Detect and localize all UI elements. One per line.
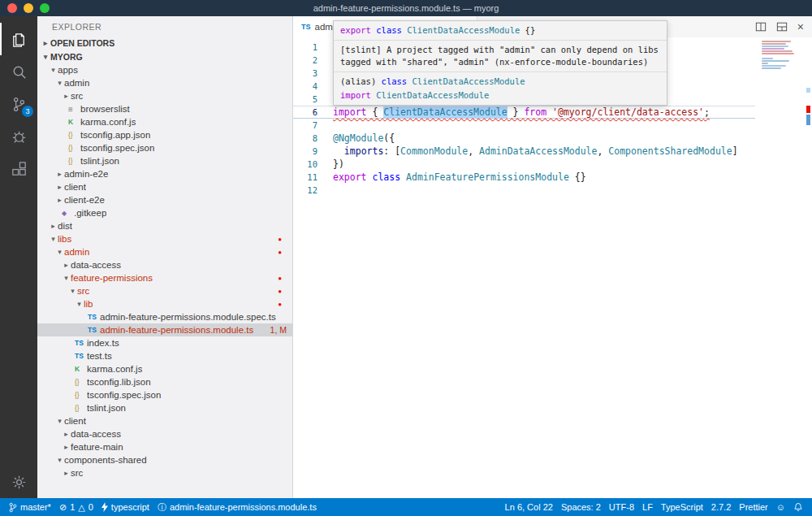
- minimap-line: [762, 53, 794, 54]
- cursor-position[interactable]: Ln 6, Col 22: [501, 498, 557, 516]
- tree-file-tslint.json[interactable]: {}tslint.json: [37, 401, 292, 414]
- code-line-12[interactable]: 12: [293, 184, 755, 197]
- open-editors-section-header[interactable]: ▸ OPEN EDITORS: [37, 36, 292, 50]
- active-file-status[interactable]: ⓘadmin-feature-permissions.module.ts: [153, 498, 321, 516]
- chevron-right-icon: ▸: [62, 443, 71, 451]
- tree-folder-components-shared[interactable]: ▾components-shared: [37, 453, 292, 466]
- code-line-6[interactable]: 6import { ClientDataAccessModule } from …: [293, 106, 755, 119]
- tree-folder-client[interactable]: ▸client: [37, 180, 292, 193]
- tree-file-admin-feature-permissions.module.spec.ts[interactable]: TSadmin-feature-permissions.module.spec.…: [37, 310, 292, 323]
- editor-layout-icon[interactable]: [776, 21, 788, 33]
- code-token: from: [524, 106, 546, 118]
- smiley-icon: ☺: [776, 502, 785, 512]
- ts-version[interactable]: 2.7.2: [707, 498, 735, 516]
- tree-file-.gitkeep[interactable]: ◆.gitkeep: [37, 206, 292, 219]
- notifications[interactable]: [789, 498, 807, 516]
- tree-file-tsconfig.app.json[interactable]: {}tsconfig.app.json: [37, 128, 292, 141]
- tree-file-tslint.json[interactable]: {}tslint.json: [37, 154, 292, 167]
- feedback[interactable]: ☺: [772, 498, 789, 516]
- explorer-icon[interactable]: [0, 23, 37, 55]
- status-label: master*: [20, 502, 51, 512]
- explorer-sidebar: EXPLORER ▸ OPEN EDITORS ▾ MYORG ▾apps▾ad…: [37, 16, 293, 498]
- tree-item-label: src: [71, 468, 83, 478]
- code-token: export: [333, 171, 367, 183]
- tree-folder-lib[interactable]: ▾lib●: [37, 297, 292, 310]
- tree-file-tsconfig.spec.json[interactable]: {}tsconfig.spec.json: [37, 141, 292, 154]
- language-mode[interactable]: TypeScript: [657, 498, 707, 516]
- tree-folder-feature-permissions[interactable]: ▾feature-permissions●: [37, 271, 292, 284]
- settings-gear-icon[interactable]: [0, 466, 37, 498]
- line-number: 11: [293, 172, 333, 182]
- code-token: class: [382, 76, 412, 86]
- code-token: import: [340, 90, 376, 100]
- tree-folder-libs[interactable]: ▾libs●: [37, 232, 292, 245]
- tree-item-label: lib: [84, 299, 93, 309]
- tree-item-label: feature-permissions: [71, 273, 153, 283]
- code-line-8[interactable]: 8@NgModule({: [293, 132, 755, 145]
- tree-folder-apps[interactable]: ▾apps: [37, 63, 292, 76]
- tree-file-tsconfig.spec.json[interactable]: {}tsconfig.spec.json: [37, 388, 292, 401]
- tslint-status[interactable]: typescript: [97, 498, 153, 516]
- code-token: ClientDataAccessModule: [376, 90, 489, 100]
- workspace-root-section-header[interactable]: ▾ MYORG: [37, 50, 292, 63]
- title-bar[interactable]: admin-feature-permissions.module.ts — my…: [0, 0, 812, 16]
- tree-file-admin-feature-permissions.module.ts[interactable]: TSadmin-feature-permissions.module.ts1, …: [37, 323, 292, 336]
- chevron-right-icon: ▸: [55, 170, 64, 178]
- tree-folder-src[interactable]: ▸src: [37, 466, 292, 479]
- indentation[interactable]: Spaces: 2: [557, 498, 605, 516]
- tree-folder-src[interactable]: ▸src: [37, 89, 292, 102]
- code-token: }: [508, 106, 525, 118]
- chevron-right-icon: ▸: [55, 196, 64, 204]
- tree-file-test.ts[interactable]: TStest.ts: [37, 349, 292, 362]
- tree-folder-admin[interactable]: ▾admin●: [37, 245, 292, 258]
- code-token: ClientDataAccessModule: [407, 25, 525, 35]
- tree-file-browserslist[interactable]: ≡browserslist: [37, 102, 292, 115]
- code-token: ,: [597, 145, 608, 157]
- minimize-window-button[interactable]: [24, 3, 33, 13]
- json-file-icon: {}: [68, 131, 80, 139]
- chevron-down-icon: ▾: [49, 66, 58, 74]
- zoom-window-button[interactable]: [40, 3, 50, 13]
- split-editor-icon[interactable]: [755, 21, 767, 33]
- tree-file-tsconfig.lib.json[interactable]: {}tsconfig.lib.json: [37, 375, 292, 388]
- tree-folder-dist[interactable]: ▸dist: [37, 219, 292, 232]
- encoding[interactable]: UTF-8: [605, 498, 638, 516]
- line-number: 3: [293, 68, 333, 78]
- tree-item-label: client-e2e: [64, 195, 105, 205]
- extensions-icon[interactable]: [0, 153, 37, 185]
- git-branch-status[interactable]: master*: [5, 498, 55, 516]
- problems-status[interactable]: ⊘1△0: [55, 498, 97, 516]
- tree-folder-admin-e2e[interactable]: ▸admin-e2e: [37, 167, 292, 180]
- search-icon[interactable]: [0, 55, 37, 88]
- tree-file-karma.conf.js[interactable]: Kkarma.conf.js: [37, 362, 292, 375]
- window-title: admin-feature-permissions.module.ts — my…: [313, 3, 499, 13]
- status-label: Spaces: 2: [561, 502, 601, 512]
- code-token: (alias): [340, 76, 382, 86]
- formatter[interactable]: Prettier: [735, 498, 771, 516]
- tree-folder-client[interactable]: ▾client: [37, 414, 292, 427]
- tree-folder-admin[interactable]: ▾admin: [37, 76, 292, 89]
- close-window-button[interactable]: [7, 3, 17, 13]
- tree-item-label: feature-main: [71, 442, 123, 452]
- tree-folder-data-access[interactable]: ▸data-access: [37, 258, 292, 271]
- status-label: LF: [642, 502, 653, 512]
- tree-folder-feature-main[interactable]: ▸feature-main: [37, 440, 292, 453]
- debug-icon[interactable]: [0, 120, 37, 153]
- tree-item-label: tsconfig.spec.json: [80, 143, 154, 153]
- minimap-line: [762, 63, 768, 64]
- eol-selector[interactable]: LF: [638, 498, 657, 516]
- code-line-9[interactable]: 9 imports: [CommonModule, AdminDataAcces…: [293, 145, 755, 158]
- tree-folder-client-e2e[interactable]: ▸client-e2e: [37, 193, 292, 206]
- code-line-10[interactable]: 10}): [293, 158, 755, 171]
- tree-file-index.ts[interactable]: TSindex.ts: [37, 336, 292, 349]
- tree-folder-data-access[interactable]: ▸data-access: [37, 427, 292, 440]
- tree-file-karma.conf.js[interactable]: Kkarma.conf.js: [37, 115, 292, 128]
- code-line-7[interactable]: 7: [293, 119, 755, 132]
- minimap[interactable]: [762, 41, 801, 70]
- close-editor-icon[interactable]: ×: [797, 21, 804, 33]
- tree-folder-src[interactable]: ▾src●: [37, 284, 292, 297]
- chevron-down-icon: ▾: [62, 274, 71, 282]
- source-control-icon[interactable]: 3: [0, 88, 37, 120]
- code-line-11[interactable]: 11export class AdminFeaturePermissionsMo…: [293, 171, 755, 184]
- status-bar: master*⊘1△0typescriptⓘadmin-feature-perm…: [0, 498, 812, 516]
